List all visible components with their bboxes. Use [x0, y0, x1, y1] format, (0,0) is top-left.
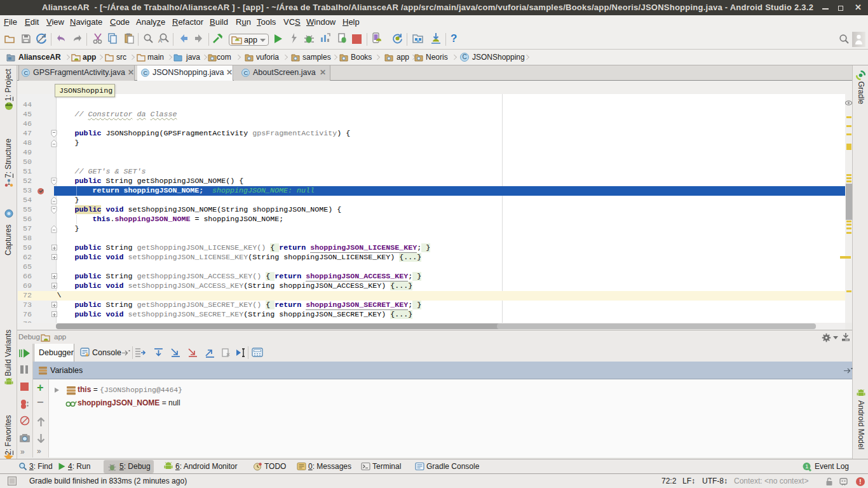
- svg-text:1: 1: [805, 463, 808, 470]
- svg-text:A: A: [158, 37, 162, 44]
